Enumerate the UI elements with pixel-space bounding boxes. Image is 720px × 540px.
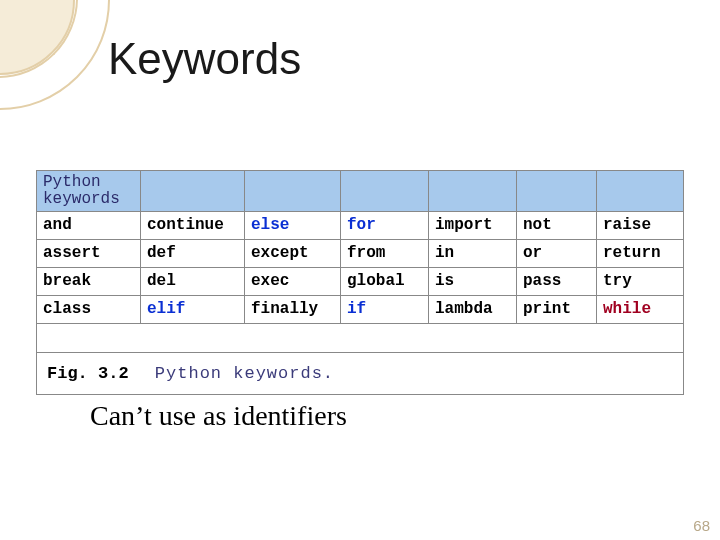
kw-cell: or bbox=[517, 240, 597, 268]
kw: break bbox=[43, 272, 91, 290]
kw: except bbox=[251, 244, 309, 262]
kw-cell: break bbox=[37, 268, 141, 296]
kw-cell: assert bbox=[37, 240, 141, 268]
kw-cell: try bbox=[597, 268, 684, 296]
kw-cell: return bbox=[597, 240, 684, 268]
table-header-row: Python keywords bbox=[37, 171, 684, 212]
kw-cell: from bbox=[341, 240, 429, 268]
corner-arc-quarter bbox=[0, 0, 78, 78]
kw: import bbox=[435, 216, 493, 234]
table-header-cell bbox=[597, 171, 684, 212]
kw: del bbox=[147, 272, 176, 290]
table-header-cell bbox=[429, 171, 517, 212]
page-subtitle: Can’t use as identifiers bbox=[90, 400, 347, 432]
table-row: and continue else for import not raise bbox=[37, 212, 684, 240]
kw-cell: for bbox=[341, 212, 429, 240]
kw: is bbox=[435, 272, 454, 290]
table-row: class elif finally if lambda print while bbox=[37, 296, 684, 324]
table-header-cell bbox=[341, 171, 429, 212]
kw: assert bbox=[43, 244, 101, 262]
kw: or bbox=[523, 244, 542, 262]
corner-arc-inner bbox=[0, 0, 75, 75]
kw: try bbox=[603, 272, 632, 290]
kw-cell: elif bbox=[141, 296, 245, 324]
kw: not bbox=[523, 216, 552, 234]
kw: def bbox=[147, 244, 176, 262]
kw-cell: is bbox=[429, 268, 517, 296]
figure-label: Fig. 3.2 bbox=[47, 364, 129, 383]
kw: while bbox=[603, 300, 651, 318]
kw: return bbox=[603, 244, 661, 262]
table-caption: Fig. 3.2 Python keywords. bbox=[37, 353, 684, 395]
kw: class bbox=[43, 300, 91, 318]
table-header-cell bbox=[245, 171, 341, 212]
kw: raise bbox=[603, 216, 651, 234]
kw-cell: not bbox=[517, 212, 597, 240]
table-row: break del exec global is pass try bbox=[37, 268, 684, 296]
kw: print bbox=[523, 300, 571, 318]
spacer-cell bbox=[37, 324, 684, 353]
kw-cell: and bbox=[37, 212, 141, 240]
figure-text: Python keywords. bbox=[155, 364, 334, 383]
kw: from bbox=[347, 244, 385, 262]
kw: continue bbox=[147, 216, 224, 234]
kw: for bbox=[347, 216, 376, 234]
corner-arc-outer bbox=[0, 0, 110, 110]
kw: else bbox=[251, 216, 289, 234]
table-header-label: Python keywords bbox=[37, 171, 141, 212]
kw: and bbox=[43, 216, 72, 234]
table-header-cell bbox=[141, 171, 245, 212]
table-spacer-row bbox=[37, 324, 684, 353]
kw: elif bbox=[147, 300, 185, 318]
kw-cell: def bbox=[141, 240, 245, 268]
kw-cell: global bbox=[341, 268, 429, 296]
kw-cell: pass bbox=[517, 268, 597, 296]
kw-cell: del bbox=[141, 268, 245, 296]
kw-cell: exec bbox=[245, 268, 341, 296]
kw-cell: lambda bbox=[429, 296, 517, 324]
kw-cell: in bbox=[429, 240, 517, 268]
kw: in bbox=[435, 244, 454, 262]
kw-cell: except bbox=[245, 240, 341, 268]
kw-cell: else bbox=[245, 212, 341, 240]
kw: pass bbox=[523, 272, 561, 290]
page-number: 68 bbox=[693, 517, 710, 534]
table-caption-row: Fig. 3.2 Python keywords. bbox=[37, 353, 684, 395]
kw: if bbox=[347, 300, 366, 318]
kw-cell: class bbox=[37, 296, 141, 324]
kw-cell: while bbox=[597, 296, 684, 324]
page-title: Keywords bbox=[108, 34, 301, 84]
kw-cell: finally bbox=[245, 296, 341, 324]
kw-cell: continue bbox=[141, 212, 245, 240]
kw: exec bbox=[251, 272, 289, 290]
kw: lambda bbox=[435, 300, 493, 318]
kw-cell: print bbox=[517, 296, 597, 324]
kw: finally bbox=[251, 300, 318, 318]
keywords-table: Python keywords and continue else for im… bbox=[36, 170, 684, 395]
kw-cell: import bbox=[429, 212, 517, 240]
table-header-cell bbox=[517, 171, 597, 212]
table-row: assert def except from in or return bbox=[37, 240, 684, 268]
kw-cell: if bbox=[341, 296, 429, 324]
kw-cell: raise bbox=[597, 212, 684, 240]
kw: global bbox=[347, 272, 405, 290]
